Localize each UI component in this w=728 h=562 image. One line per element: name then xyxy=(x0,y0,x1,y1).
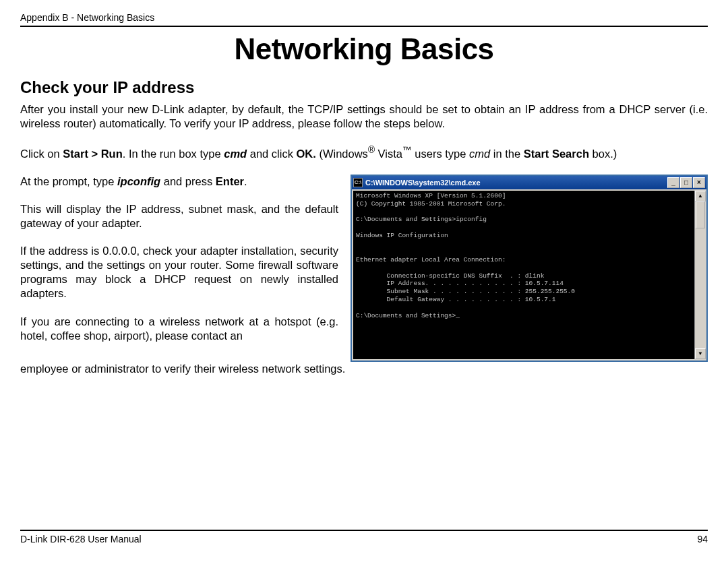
trademark: ™ xyxy=(402,145,412,155)
start-run-label: Start > Run xyxy=(63,148,122,160)
cmd-output: Microsoft Windows XP [Version 5.1.2600] … xyxy=(353,191,694,359)
run-instructions: Click on Start > Run. In the run box typ… xyxy=(20,144,708,161)
enter-label: Enter xyxy=(216,175,244,187)
cmd-icon: C:\ xyxy=(353,178,363,187)
hotspot-paragraph-part1: If you are connecting to a wireless netw… xyxy=(20,315,338,343)
ipconfig-text: ipconfig xyxy=(117,175,160,187)
display-paragraph: This will display the IP address, subnet… xyxy=(20,202,338,230)
cmd-text: cmd xyxy=(224,148,247,160)
scroll-down-button[interactable]: ▼ xyxy=(695,348,706,359)
header-divider xyxy=(20,26,708,27)
zero-address-paragraph: If the address is 0.0.0.0, check your ad… xyxy=(20,244,338,301)
text: in the xyxy=(490,148,524,160)
scroll-up-button[interactable]: ▲ xyxy=(695,191,706,201)
text: and click xyxy=(247,148,296,160)
text: . In the run box type xyxy=(123,148,224,160)
cmd-text: cmd xyxy=(469,148,490,160)
scrollbar[interactable]: ▲ ▼ xyxy=(694,191,705,359)
registered-mark: ® xyxy=(368,145,375,155)
text: Vista xyxy=(375,148,402,160)
footer-divider xyxy=(20,530,708,531)
text: box.) xyxy=(589,148,617,160)
minimize-button[interactable]: _ xyxy=(667,177,679,188)
section-heading: Check your IP address xyxy=(20,78,708,97)
text: (Windows xyxy=(316,148,368,160)
cmd-window-title: C:\WINDOWS\system32\cmd.exe xyxy=(365,179,667,187)
scroll-thumb[interactable] xyxy=(696,201,705,228)
close-button[interactable]: × xyxy=(693,177,705,188)
text: . xyxy=(244,175,247,187)
text: users type xyxy=(412,148,469,160)
page-number: 94 xyxy=(697,534,708,544)
text: At the prompt, type xyxy=(20,175,117,187)
text: Click on xyxy=(20,148,63,160)
manual-name: D-Link DIR-628 User Manual xyxy=(20,534,142,544)
header-breadcrumb: Appendix B - Networking Basics xyxy=(20,12,708,26)
ok-label: OK. xyxy=(297,148,316,160)
page-footer: D-Link DIR-628 User Manual 94 xyxy=(20,530,708,544)
text: and press xyxy=(160,175,216,187)
scroll-track[interactable] xyxy=(695,201,705,348)
maximize-button[interactable]: □ xyxy=(680,177,692,188)
start-search-label: Start Search xyxy=(524,148,589,160)
intro-paragraph: After you install your new D-Link adapte… xyxy=(20,102,708,131)
hotspot-paragraph-part2: employee or administrator to verify thei… xyxy=(20,362,708,376)
page-title: Networking Basics xyxy=(20,32,708,66)
prompt-instructions: At the prompt, type ipconfig and press E… xyxy=(20,175,338,189)
cmd-window: C:\ C:\WINDOWS\system32\cmd.exe _ □ × Mi… xyxy=(351,175,708,362)
cmd-titlebar[interactable]: C:\ C:\WINDOWS\system32\cmd.exe _ □ × xyxy=(352,176,706,189)
